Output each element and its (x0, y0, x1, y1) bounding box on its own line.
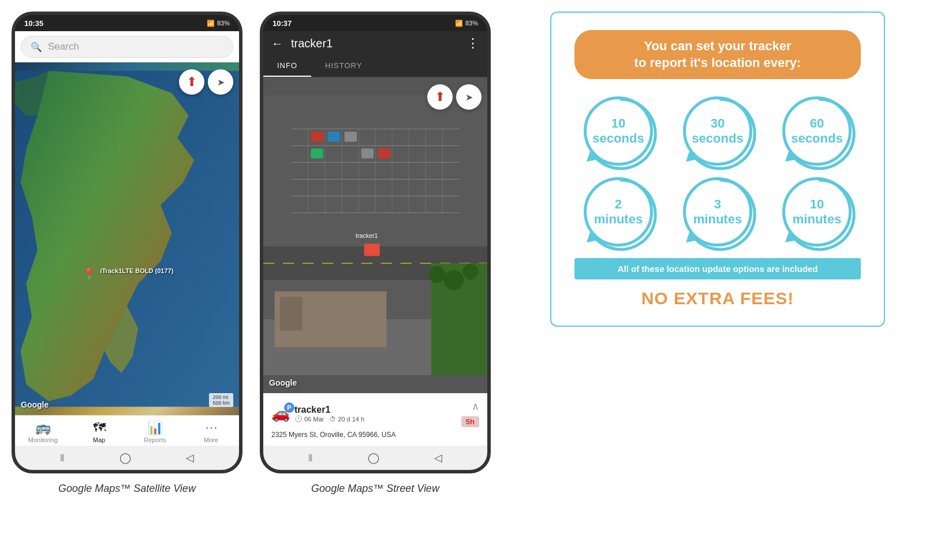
circle-ring-10min: 10 minutes (782, 177, 852, 247)
phone2-nav-btn-back[interactable]: ◁ (434, 451, 442, 464)
phone2-nav-btn-home[interactable]: ◯ (368, 451, 379, 464)
header-line2: to report it's location every: (588, 55, 847, 72)
street-map-svg: tracker1 (263, 77, 487, 393)
phone1-map[interactable]: ⬆ ➤ 📍 iTrack1LTE BOLD (0177) Google 200 … (15, 62, 239, 415)
phone2-share-btn[interactable]: ➤ (456, 84, 482, 110)
circle-ring-60sec: 60 seconds (782, 96, 852, 166)
nav-label-map: Map (93, 436, 105, 443)
arrow-svg-2min (582, 176, 660, 254)
phone1-wrapper: 10:35 📶 83% 🔍 Search (12, 12, 242, 495)
arrow-svg-60 (781, 95, 859, 173)
phone1-time: 10:35 (24, 19, 43, 28)
time-badge: 5h (461, 416, 479, 427)
phone2-nav-btn-menu[interactable]: ⦀ (308, 452, 313, 464)
tracker-icon-wrapper: 🚗 P (271, 405, 290, 423)
tracker-title: tracker1 (291, 37, 458, 50)
circle-ring-30sec: 30 seconds (683, 96, 752, 166)
phone1-status-icons: 📶 83% (207, 20, 230, 27)
svg-point-25 (462, 264, 478, 279)
phone1-status-bar: 10:35 📶 83% (15, 15, 239, 31)
circle-10min: 10 minutes (773, 177, 861, 247)
more-menu-btn[interactable]: ⋮ (466, 36, 479, 51)
circle-30sec: 30 seconds (674, 96, 762, 166)
svg-rect-30 (361, 148, 374, 158)
arrow-svg-10 (582, 95, 660, 173)
nav-label-more: More (204, 436, 218, 443)
map-icon: 🗺 (93, 420, 106, 435)
tracker-address: 2325 Myers St, Oroville, CA 95966, USA (271, 431, 479, 439)
scale-500km: 500 km (212, 400, 230, 406)
info-header-banner: You can set your tracker to report it's … (574, 30, 861, 79)
tracker-date: 🕐 06 Mar (294, 415, 324, 423)
tab-history[interactable]: HISTORY (311, 55, 376, 77)
svg-point-24 (443, 270, 464, 290)
nav-btn-back[interactable]: ◁ (186, 451, 194, 464)
scale-200mi: 200 mi (212, 394, 230, 400)
circle-60sec: 60 seconds (773, 96, 861, 166)
tracker-duration: ⏱ 20 d 14 h (330, 416, 364, 423)
nav-btn-home[interactable]: ◯ (120, 451, 131, 464)
phone1-share-btn[interactable]: ➤ (208, 69, 233, 95)
tracker-name: tracker1 (294, 405, 364, 415)
nav-item-more[interactable]: ⋯ More (194, 420, 229, 443)
svg-rect-26 (311, 132, 323, 141)
reports-icon: 📊 (147, 420, 163, 435)
phone1-frame: 10:35 📶 83% 🔍 Search (12, 12, 242, 473)
phone1-nav-buttons: ⦀ ◯ ◁ (15, 446, 239, 470)
phones-section: 10:35 📶 83% 🔍 Search (0, 0, 502, 506)
phone2-frame: 10:37 📶 83% ← tracker1 ⋮ INFO HISTORY (260, 12, 491, 473)
share2-icon: ➤ (465, 92, 473, 103)
phone2-nav-buttons: ⦀ ◯ ◁ (263, 446, 487, 470)
included-banner: All of these location update options are… (574, 258, 861, 279)
phone1-compass-btn[interactable]: ⬆ (179, 69, 204, 95)
nav-item-reports[interactable]: 📊 Reports (138, 420, 173, 443)
info-card: You can set your tracker to report it's … (550, 12, 885, 327)
phone2-tracker-info: 🚗 P tracker1 🕐 06 Mar ⏱ (263, 393, 487, 446)
phone2-map[interactable]: tracker1 ⬆ ➤ Google (263, 77, 487, 393)
satellite-map-svg (15, 62, 239, 415)
circle-ring-3min: 3 minutes (683, 177, 752, 247)
phone2-battery: 83% (465, 20, 478, 27)
circles-grid: 10 seconds 30 seconds (574, 96, 861, 247)
compass2-icon: ⬆ (435, 89, 445, 104)
arrow-svg-10min (781, 176, 859, 254)
phone1-google-logo: Google (21, 400, 48, 409)
nav-label-reports: Reports (144, 436, 166, 443)
phone2-wrapper: 10:37 📶 83% ← tracker1 ⋮ INFO HISTORY (260, 12, 491, 495)
phone1-tracker-label: iTrack1LTE BOLD (0177) (100, 267, 173, 274)
scroll-up-icon: ∧ (472, 400, 479, 413)
phone1-scale-bar: 200 mi 500 km (209, 393, 233, 407)
phone1-bottom-nav: 🚌 Monitoring 🗺 Map 📊 Reports ⋯ More (15, 415, 239, 446)
phone1-search-bar[interactable]: 🔍 Search (21, 36, 233, 58)
share-icon: ➤ (217, 77, 225, 88)
tab-info[interactable]: INFO (263, 55, 311, 77)
circle-ring-10sec: 10 seconds (584, 96, 653, 166)
compass-icon: ⬆ (186, 74, 197, 89)
phone1-search-container: 🔍 Search (15, 31, 239, 62)
phone1-car-marker: 📍 (82, 267, 96, 281)
phone1-battery: 83% (217, 20, 230, 27)
phone1-caption: Google Maps™ Satellite View (58, 483, 196, 495)
svg-text:tracker1: tracker1 (356, 232, 378, 239)
phone2-compass-btn[interactable]: ⬆ (427, 84, 453, 110)
phone2-tabs: INFO HISTORY (263, 55, 487, 77)
phone1-signal-icon: 📶 (207, 20, 215, 27)
tracker-meta: 🕐 06 Mar ⏱ 20 d 14 h (294, 415, 364, 423)
info-panel: You can set your tracker to report it's … (502, 0, 933, 338)
nav-item-map[interactable]: 🗺 Map (82, 420, 117, 443)
clock-icon: 🕐 (294, 415, 303, 423)
phone2-caption: Google Maps™ Street View (311, 483, 439, 495)
no-fees-text: NO EXTRA FEES! (574, 289, 861, 308)
circle-10sec: 10 seconds (574, 96, 662, 166)
nav-item-monitoring[interactable]: 🚌 Monitoring (26, 420, 61, 443)
arrow-svg-3min (681, 176, 760, 254)
svg-rect-32 (364, 244, 380, 256)
nav-btn-menu[interactable]: ⦀ (60, 452, 65, 464)
phone2-app-header: ← tracker1 ⋮ (263, 31, 487, 55)
search-icon: 🔍 (31, 42, 42, 53)
phone2-time: 10:37 (273, 19, 292, 28)
svg-rect-29 (311, 148, 323, 158)
phone2-signal-icon: 📶 (455, 20, 463, 27)
back-button[interactable]: ← (271, 37, 283, 50)
phone1-search-text: Search (48, 41, 79, 53)
